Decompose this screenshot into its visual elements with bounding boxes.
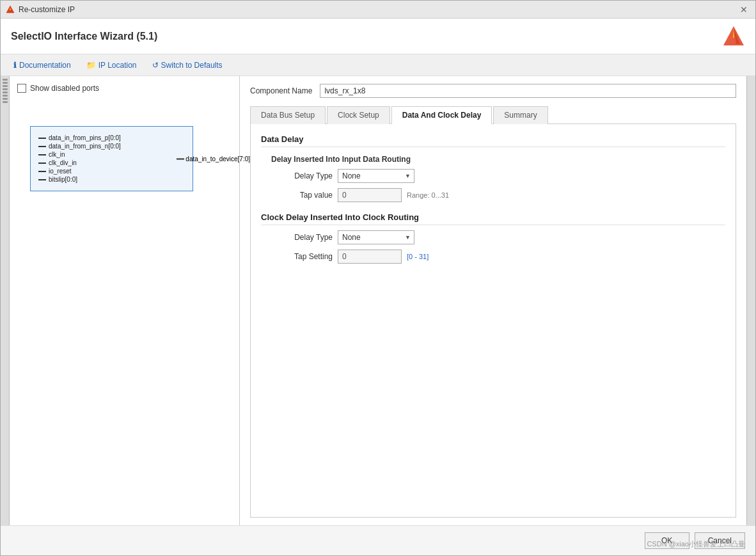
clock-delay-type-select[interactable]: None Fixed Variable: [338, 230, 414, 244]
schematic-component: data_in_from_pins_p[0:0] data_in_from_pi…: [30, 126, 193, 191]
pin-data-in-p: data_in_from_pins_p[0:0]: [38, 134, 185, 141]
data-delay-section-title: Data Delay: [261, 134, 725, 147]
close-button[interactable]: ✕: [737, 3, 750, 16]
tap-setting-input[interactable]: [338, 250, 402, 264]
pin-label: data_in_from_pins_n[0:0]: [49, 143, 121, 150]
tab-summary[interactable]: Summary: [493, 106, 547, 124]
documentation-button[interactable]: ℹ Documentation: [11, 60, 74, 71]
edge-mark-5: [3, 91, 8, 93]
pin-label: io_reset: [49, 168, 72, 175]
switch-to-defaults-label: Switch to Defaults: [161, 61, 223, 70]
tap-value-row: Tap value Range: 0...31: [261, 188, 725, 202]
tap-range-hint: Range: 0...31: [407, 191, 449, 199]
tap-value-label: Tap value: [281, 191, 333, 200]
delay-type-select-wrapper: None Fixed Variable: [338, 169, 414, 183]
left-edge: [1, 76, 10, 525]
vivado-logo: [722, 25, 745, 48]
clock-delay-type-label: Delay Type: [281, 233, 333, 242]
edge-mark-6: [3, 95, 8, 97]
tap-setting-label: Tap Setting: [281, 252, 333, 261]
component-name-row: Component Name: [250, 84, 736, 98]
tab-data-bus-setup[interactable]: Data Bus Setup: [250, 106, 326, 124]
section-divider: Clock Delay Inserted Into Clock Routing: [261, 212, 725, 225]
folder-icon: 📁: [86, 61, 96, 70]
tap-setting-row: Tap Setting [0 - 31]: [261, 250, 725, 264]
output-pin-row: data_in_to_device[7:0]: [177, 155, 250, 163]
title-bar-left: Re-customize IP: [6, 5, 75, 14]
watermark: CSDN @xiao小怪兽爱上凹凸曼: [647, 539, 745, 549]
title-bar: Re-customize IP ✕: [1, 1, 755, 19]
pin-line: [38, 179, 46, 180]
tab-summary-label: Summary: [504, 111, 537, 120]
tab-content: Data Delay Delay Inserted Into Input Dat…: [250, 124, 736, 518]
tabs-row: Data Bus Setup Clock Setup Data And Cloc…: [250, 106, 736, 124]
app-icon: [6, 5, 15, 14]
delay-type-row: Delay Type None Fixed Variable: [261, 169, 725, 183]
pin-line: [38, 138, 46, 139]
main-content: Show disabled ports data_in_from_pins_p[…: [1, 76, 755, 525]
pin-line: [38, 163, 46, 164]
refresh-icon: ↺: [152, 61, 159, 70]
output-pin-line: [177, 158, 184, 159]
clock-delay-section-title: Clock Delay Inserted Into Clock Routing: [261, 212, 725, 225]
edge-mark-8: [3, 101, 8, 103]
edge-mark-4: [3, 88, 8, 90]
tab-clock-setup-label: Clock Setup: [338, 111, 379, 120]
delay-type-select[interactable]: None Fixed Variable: [338, 169, 414, 183]
component-name-input[interactable]: [320, 84, 736, 98]
tap-value-input[interactable]: [338, 188, 402, 202]
pin-label: bitslip[0:0]: [49, 176, 77, 183]
tab-data-and-clock-delay[interactable]: Data And Clock Delay: [391, 106, 492, 124]
tap-setting-hint: [0 - 31]: [407, 253, 429, 260]
pin-io-reset: io_reset: [38, 168, 185, 175]
pin-label: clk_div_in: [49, 159, 77, 166]
documentation-label: Documentation: [19, 61, 71, 70]
pin-line: [38, 171, 46, 172]
schematic-area: data_in_from_pins_p[0:0] data_in_from_pi…: [17, 100, 232, 518]
tab-clock-setup[interactable]: Clock Setup: [327, 106, 390, 124]
wizard-title: SelectIO Interface Wizard (5.1): [11, 31, 157, 42]
tab-data-bus-setup-label: Data Bus Setup: [261, 111, 315, 120]
show-disabled-row: Show disabled ports: [17, 84, 232, 93]
show-disabled-ports-label: Show disabled ports: [30, 84, 99, 93]
pin-line: [38, 154, 46, 155]
switch-to-defaults-button[interactable]: ↺ Switch to Defaults: [150, 60, 225, 71]
window-title: Re-customize IP: [19, 5, 75, 14]
main-window: Re-customize IP ✕ SelectIO Interface Wiz…: [0, 0, 756, 556]
pin-bitslip: bitslip[0:0]: [38, 176, 185, 183]
right-panel: Component Name Data Bus Setup Clock Setu…: [240, 76, 746, 525]
header-band: SelectIO Interface Wizard (5.1): [1, 19, 755, 54]
delay-type-label: Delay Type: [281, 171, 333, 180]
pin-clk-div-in: clk_div_in: [38, 159, 185, 166]
pin-label: clk_in: [49, 151, 65, 158]
bottom-buttons: OK Cancel: [1, 525, 755, 555]
clock-delay-type-select-wrapper: None Fixed Variable: [338, 230, 414, 244]
edge-mark-1: [3, 79, 8, 81]
pin-clk-in: clk_in: [38, 151, 185, 158]
toolbar: ℹ Documentation 📁 IP Location ↺ Switch t…: [1, 54, 755, 76]
edge-mark-3: [3, 85, 8, 87]
pin-line: [38, 146, 46, 147]
left-panel: Show disabled ports data_in_from_pins_p[…: [10, 76, 240, 525]
ip-location-label: IP Location: [98, 61, 137, 70]
edge-mark-7: [3, 98, 8, 100]
pin-label: data_in_from_pins_p[0:0]: [49, 134, 121, 141]
data-delay-sub-title: Delay Inserted Into Input Data Routing: [261, 155, 725, 164]
output-pin-label: data_in_to_device[7:0]: [185, 155, 250, 163]
show-disabled-ports-checkbox[interactable]: [17, 84, 26, 93]
pin-data-in-n: data_in_from_pins_n[0:0]: [38, 143, 185, 150]
right-scroll: [746, 76, 755, 525]
edge-mark-2: [3, 82, 8, 84]
ip-location-button[interactable]: 📁 IP Location: [84, 60, 139, 71]
component-name-label: Component Name: [250, 86, 312, 95]
clock-delay-type-row: Delay Type None Fixed Variable: [261, 230, 725, 244]
tab-data-and-clock-delay-label: Data And Clock Delay: [402, 111, 482, 120]
info-icon: ℹ: [13, 61, 17, 70]
